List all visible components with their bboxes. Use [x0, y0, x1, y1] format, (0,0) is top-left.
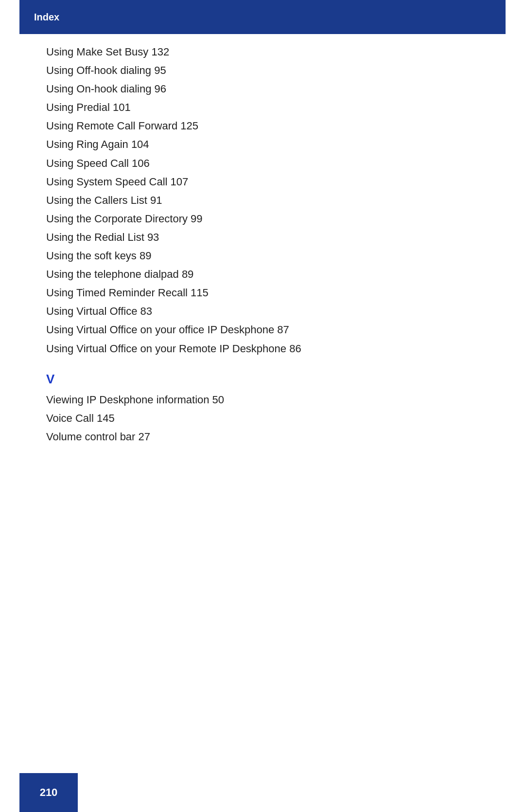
index-entry-4: Using Remote Call Forward 125 [46, 118, 479, 134]
v-entry-1: Voice Call 145 [46, 410, 479, 427]
index-entry-1: Using Off-hook dialing 95 [46, 62, 479, 79]
index-entry-5: Using Ring Again 104 [46, 136, 479, 153]
index-entry-12: Using the telephone dialpad 89 [46, 266, 479, 283]
page-number: 210 [40, 786, 58, 799]
index-entry-7: Using System Speed Call 107 [46, 174, 479, 190]
footer-bar: 210 [19, 773, 78, 812]
page-container: Index Using Make Set Busy 132 Using Off-… [0, 0, 525, 812]
section-v-letter: V [46, 372, 479, 387]
index-entry-2: Using On-hook dialing 96 [46, 81, 479, 97]
header-bar: Index [19, 0, 506, 34]
content-area: Using Make Set Busy 132 Using Off-hook d… [46, 44, 479, 447]
v-entry-0: Viewing IP Deskphone information 50 [46, 392, 479, 408]
header-title: Index [34, 12, 59, 23]
index-entry-3: Using Predial 101 [46, 99, 479, 116]
index-entry-15: Using Virtual Office on your office IP D… [46, 322, 479, 338]
index-entry-11: Using the soft keys 89 [46, 248, 479, 264]
index-entry-6: Using Speed Call 106 [46, 155, 479, 172]
index-entry-16: Using Virtual Office on your Remote IP D… [46, 341, 479, 357]
index-entry-9: Using the Corporate Directory 99 [46, 211, 479, 227]
index-entry-14: Using Virtual Office 83 [46, 303, 479, 320]
index-entry-8: Using the Callers List 91 [46, 192, 479, 209]
index-entry-0: Using Make Set Busy 132 [46, 44, 479, 60]
index-entry-13: Using Timed Reminder Recall 115 [46, 285, 479, 301]
index-entry-10: Using the Redial List 93 [46, 229, 479, 246]
v-entry-2: Volume control bar 27 [46, 429, 479, 445]
